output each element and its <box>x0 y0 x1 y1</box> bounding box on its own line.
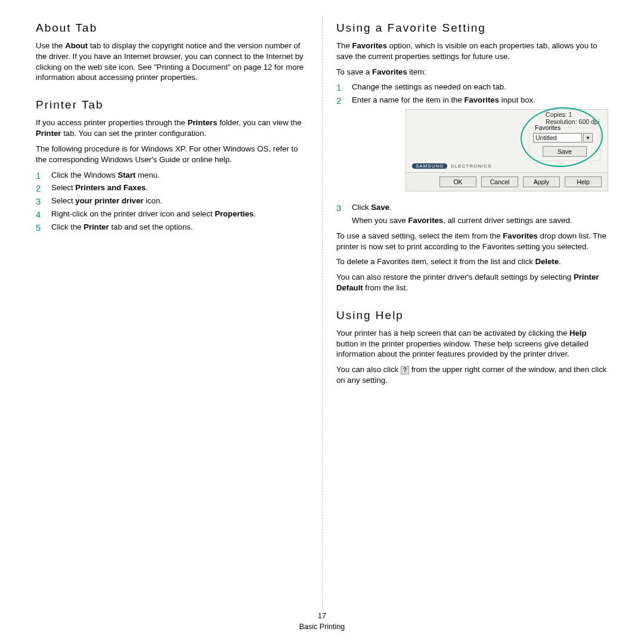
ok-button[interactable]: OK <box>439 177 476 187</box>
help-p2: You can also click ? from the upper righ… <box>336 364 608 386</box>
cancel-button[interactable]: Cancel <box>481 177 518 187</box>
favorite-step-3: 3Click Save. <box>336 202 608 213</box>
favorite-p4: To delete a Favorites item, select it fr… <box>336 256 608 267</box>
printer-tab-text-1: If you access printer properties through… <box>36 117 308 139</box>
printer-tab-steps: 1Click the Windows Start menu.2Select Pr… <box>36 170 308 233</box>
favorite-p2: To save a Favorites item: <box>336 67 608 78</box>
about-tab-text: Use the About tab to display the copyrig… <box>36 41 308 83</box>
copies-label: Copies: 1 <box>546 111 599 118</box>
favorite-steps-a: 1Change the settings as needed on each t… <box>336 82 608 106</box>
brand-logo: SAMSUNGELECTRONICS <box>412 163 491 169</box>
help-heading: Using Help <box>336 309 608 322</box>
favorite-step3-note: When you save Favorites, all current dri… <box>352 215 608 226</box>
page-number: 17 <box>0 611 644 622</box>
favorite-p1: The Favorites option, which is visible o… <box>336 41 608 62</box>
favorites-legend: Favorites <box>533 124 562 131</box>
favorite-p3: To use a saved setting, select the item … <box>336 231 608 252</box>
favorites-dialog: Copies: 1 Resolution: 600 dpi Favorites … <box>405 109 608 191</box>
about-tab-heading: About Tab <box>36 21 308 35</box>
favorites-dropdown-button[interactable]: ▼ <box>583 133 593 143</box>
page-footer: 17 Basic Printing <box>0 611 644 632</box>
favorite-heading: Using a Favorite Setting <box>336 21 608 35</box>
column-divider <box>322 17 323 608</box>
favorites-input[interactable]: Untitled <box>533 133 582 143</box>
save-button[interactable]: Save <box>543 146 587 157</box>
printer-tab-heading: Printer Tab <box>36 98 308 112</box>
help-button[interactable]: Help <box>565 177 602 187</box>
page-section-title: Basic Printing <box>0 622 644 633</box>
apply-button[interactable]: Apply <box>523 177 560 187</box>
favorites-group: Favorites Untitled ▼ Save <box>529 128 600 161</box>
question-icon[interactable]: ? <box>401 366 409 374</box>
printer-tab-text-2: The following procedure is for Windows X… <box>36 144 308 165</box>
help-p1: Your printer has a help screen that can … <box>336 328 608 360</box>
favorite-p5: You can also restore the printer driver'… <box>336 272 608 293</box>
